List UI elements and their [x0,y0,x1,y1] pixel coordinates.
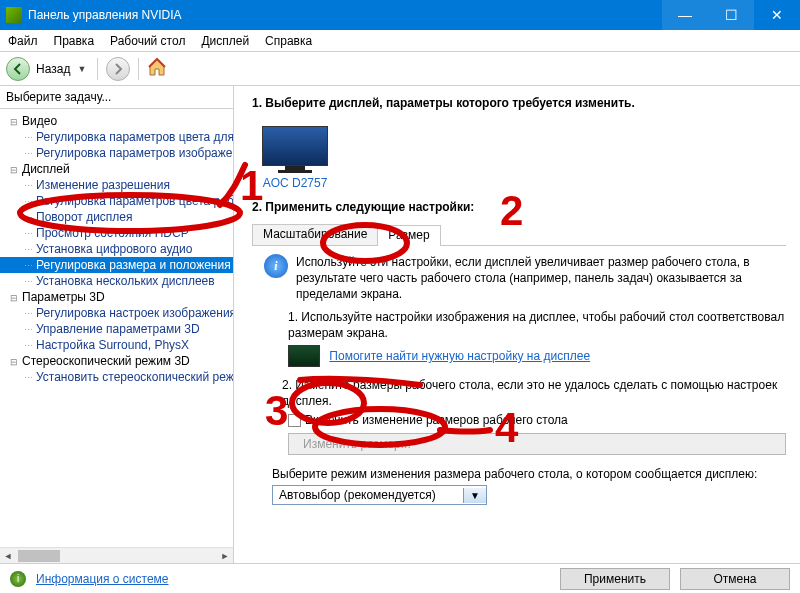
tree-item[interactable]: Изменение разрешения [0,177,233,193]
checkbox-label: Включить изменение размеров рабочего сто… [305,413,568,427]
menubar: Файл Правка Рабочий стол Дисплей Справка [0,30,800,52]
apply-button[interactable]: Применить [560,568,670,590]
display-name: AOC D2757 [262,176,328,190]
back-dropdown[interactable]: ▼ [74,64,89,74]
menu-file[interactable]: Файл [0,34,46,48]
system-info-link[interactable]: Информация о системе [36,572,168,586]
menu-help[interactable]: Справка [257,34,320,48]
chevron-down-icon: ▼ [463,488,486,503]
arrow-right-icon [112,63,124,75]
info-text: Используйте эти настройки, если дисплей … [296,254,786,303]
task-tree: Выберите задачу... Видео Регулировка пар… [0,86,234,563]
arrow-left-icon [12,63,24,75]
tree-item[interactable]: Поворот дисплея [0,209,233,225]
tree-item[interactable]: Регулировка параметров цвета для вид [0,129,233,145]
tab-scaling[interactable]: Масштабирование [252,224,378,245]
tree-cat-3d[interactable]: Параметры 3D [0,289,233,305]
content-pane: 1. Выберите дисплей, параметры которого … [234,86,800,563]
nvidia-icon [6,7,22,23]
tree-body[interactable]: Видео Регулировка параметров цвета для в… [0,109,233,547]
combobox-value: Автовыбор (рекомендуется) [273,486,463,504]
menu-display[interactable]: Дисплей [193,34,257,48]
tree-item[interactable]: Установить стереоскопический режим 3 [0,369,233,385]
footer: i Информация о системе Применить Отмена [0,563,800,593]
substep-1: 1. Используйте настройки изображения на … [288,309,786,341]
tree-item[interactable]: Управление параметрами 3D [0,321,233,337]
tree-cat-stereo[interactable]: Стереоскопический режим 3D [0,353,233,369]
tree-item[interactable]: Установка нескольких дисплеев [0,273,233,289]
home-icon [147,57,167,77]
tree-item[interactable]: Регулировка настроек изображения с п [0,305,233,321]
system-info-icon: i [10,571,26,587]
tabstrip: Масштабирование Размер [252,224,786,246]
tab-size[interactable]: Размер [377,225,440,246]
tree-item-selected[interactable]: Регулировка размера и положения рабо [0,257,233,273]
substep-2: 2. Измените размеры рабочего стола, если… [282,377,786,409]
display-settings-icon [288,345,320,367]
display-thumbnail[interactable]: AOC D2757 [262,126,328,190]
info-icon: i [264,254,288,278]
tree-cat-display[interactable]: Дисплей [0,161,233,177]
tree-h-scrollbar[interactable]: ◄ ► [0,547,233,563]
tree-item[interactable]: Настройка Surround, PhysX [0,337,233,353]
close-button[interactable]: ✕ [754,0,800,30]
tree-cat-video[interactable]: Видео [0,113,233,129]
mode-label: Выберите режим изменения размера рабочег… [272,467,786,481]
tree-item[interactable]: Установка цифрового аудио [0,241,233,257]
tree-header: Выберите задачу... [0,86,233,109]
enable-resize-checkbox[interactable] [288,414,301,427]
menu-edit[interactable]: Правка [46,34,103,48]
menu-desktop[interactable]: Рабочий стол [102,34,193,48]
home-button[interactable] [147,57,167,81]
tree-item[interactable]: Регулировка параметров изображения д [0,145,233,161]
step1-heading: 1. Выберите дисплей, параметры которого … [252,96,786,110]
toolbar: Назад ▼ [0,52,800,86]
back-label: Назад [36,62,70,76]
resize-button[interactable]: Изменить размер... [288,433,786,455]
minimize-button[interactable]: — [662,0,708,30]
step2-heading: 2. Применить следующие настройки: [252,200,786,214]
maximize-button[interactable]: ☐ [708,0,754,30]
scroll-right-arrow[interactable]: ► [217,551,233,561]
tree-item[interactable]: Просмотр состояния HDCP [0,225,233,241]
cancel-button[interactable]: Отмена [680,568,790,590]
forward-button[interactable] [106,57,130,81]
tree-item[interactable]: Регулировка параметров цвета рабочег [0,193,233,209]
scroll-left-arrow[interactable]: ◄ [0,551,16,561]
mode-combobox[interactable]: Автовыбор (рекомендуется) ▼ [272,485,487,505]
window-title: Панель управления NVIDIA [28,8,182,22]
titlebar: Панель управления NVIDIA — ☐ ✕ [0,0,800,30]
scroll-thumb[interactable] [18,550,60,562]
monitor-icon [262,126,328,172]
back-button[interactable] [6,57,30,81]
help-link[interactable]: Помогите найти нужную настройку на диспл… [329,349,590,363]
